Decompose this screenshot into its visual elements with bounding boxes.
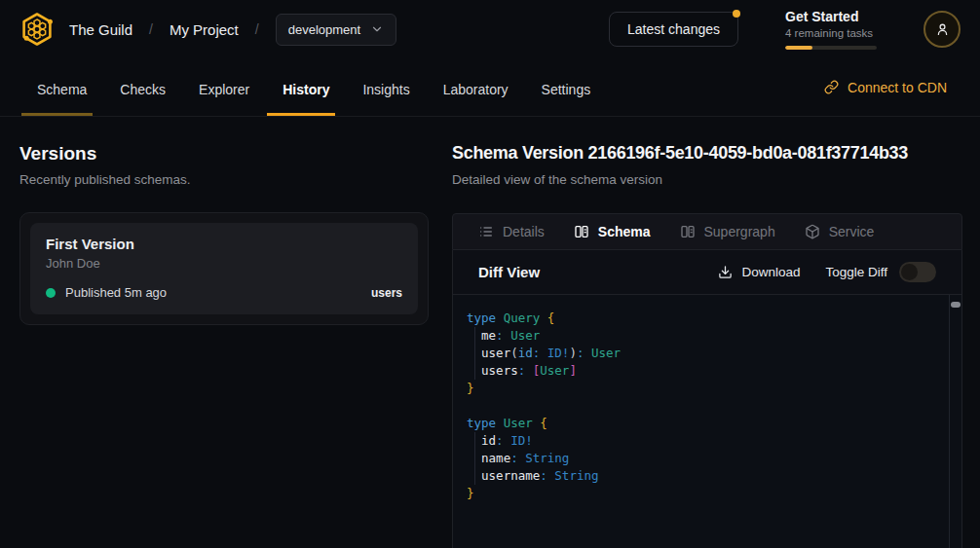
nav-tab-insights[interactable]: Insights — [360, 58, 411, 116]
nav-tab-schema[interactable]: Schema — [35, 58, 89, 116]
version-status-row: Published 5m ago users — [46, 285, 402, 300]
version-detail-subtitle: Detailed view of the schema version — [452, 172, 962, 187]
breadcrumb-separator: / — [149, 21, 153, 37]
version-list-item[interactable]: First Version John Doe Published 5m ago … — [30, 223, 418, 314]
notification-dot — [733, 10, 740, 18]
code-line: users: [User] — [467, 362, 936, 380]
nav-tab-checks[interactable]: Checks — [118, 58, 168, 116]
version-detail-panel: Schema Version 2166196f-5e10-4059-bd0a-0… — [452, 117, 980, 548]
indent-guide — [474, 467, 475, 485]
toggle-diff-group: Toggle Diff — [825, 262, 936, 282]
code-line: id: ID! — [467, 432, 936, 450]
connect-to-cdn-button[interactable]: Connect to CDN — [824, 80, 957, 95]
nav-tab-label: History — [283, 82, 329, 97]
indent-guide — [474, 327, 475, 345]
code-line: } — [467, 485, 936, 502]
breadcrumb-separator: / — [255, 21, 259, 37]
tab-details[interactable]: Details — [478, 224, 545, 239]
nav-tab-explorer[interactable]: Explorer — [197, 58, 251, 116]
list-icon — [478, 224, 494, 239]
sdl-code-viewer: type Query { me: User user(id: ID!): Use… — [452, 295, 962, 548]
download-icon — [718, 265, 733, 279]
code-line: user(id: ID!): User — [467, 345, 936, 362]
indent-guide — [474, 450, 475, 467]
code-line: type User { — [467, 415, 936, 432]
app-window: The Guild / My Project / development Lat… — [0, 0, 980, 548]
detail-tabs: Details Schema Super — [452, 213, 962, 250]
versions-title: Versions — [19, 143, 429, 164]
panels-icon — [574, 224, 589, 239]
diff-view-title: Diff View — [478, 264, 540, 280]
nav-tab-label: Settings — [542, 82, 591, 97]
nav-tab-settings[interactable]: Settings — [540, 58, 593, 116]
schema-view-panel: Details Schema Super — [452, 213, 962, 548]
toggle-diff-label: Toggle Diff — [825, 265, 887, 279]
nav-tab-label: Explorer — [199, 82, 249, 97]
tab-label: Schema — [598, 224, 651, 239]
toggle-knob — [901, 264, 918, 280]
get-started-progressbar — [785, 46, 877, 50]
header: The Guild / My Project / development Lat… — [0, 0, 980, 58]
main-content: Versions Recently published schemas. Fir… — [0, 117, 980, 548]
nav-tab-label: Schema — [37, 82, 87, 97]
get-started-widget[interactable]: Get Started 4 remaining tasks — [785, 9, 877, 50]
connect-to-cdn-label: Connect to CDN — [848, 80, 947, 95]
code-line: } — [467, 380, 936, 397]
breadcrumb: The Guild / My Project / — [69, 21, 259, 38]
latest-changes-button[interactable]: Latest changes — [609, 12, 738, 47]
tab-label: Details — [503, 224, 545, 239]
tab-schema[interactable]: Schema — [574, 224, 651, 239]
code-line: me: User — [467, 327, 936, 345]
versions-list-card: First Version John Doe Published 5m ago … — [19, 212, 429, 325]
nav-tabs: SchemaChecksExplorerHistoryInsightsLabor… — [35, 58, 592, 116]
nav-tab-laboratory[interactable]: Laboratory — [441, 58, 510, 116]
version-name: First Version — [46, 236, 402, 252]
nav-tab-label: Insights — [362, 82, 409, 97]
tab-service[interactable]: Service — [805, 224, 875, 239]
breadcrumb-org[interactable]: The Guild — [69, 21, 132, 38]
hive-logo-icon[interactable] — [19, 12, 55, 47]
indent-guide — [474, 345, 475, 362]
version-status-label: Published 5m ago — [65, 285, 167, 300]
published-status-dot — [46, 288, 56, 298]
tab-label: Service — [829, 224, 875, 239]
code-block: type Query { me: User user(id: ID!): Use… — [467, 310, 936, 502]
code-line: username: String — [467, 467, 936, 485]
get-started-progress-fill — [785, 46, 812, 50]
version-detail-title: Schema Version 2166196f-5e10-4059-bd0a-0… — [452, 143, 962, 164]
code-line — [467, 397, 936, 415]
versions-subtitle: Recently published schemas. — [19, 172, 429, 187]
indent-guide — [474, 362, 475, 380]
version-service-badge: users — [371, 286, 402, 300]
breadcrumb-project[interactable]: My Project — [170, 21, 239, 38]
diff-actions: Download Toggle Diff — [718, 262, 936, 282]
diff-view-header: Diff View Download Toggle Diff — [452, 250, 962, 295]
nav-tab-label: Checks — [120, 82, 166, 97]
get-started-title: Get Started — [785, 9, 877, 24]
version-author: John Doe — [46, 256, 402, 271]
toggle-diff-switch[interactable] — [899, 262, 936, 282]
panels-icon — [680, 224, 696, 239]
nav-tab-history[interactable]: History — [281, 58, 331, 116]
user-avatar-button[interactable] — [923, 11, 961, 48]
cube-icon — [805, 224, 820, 239]
nav-tab-label: Laboratory — [443, 82, 509, 97]
nav-bar: SchemaChecksExplorerHistoryInsightsLabor… — [0, 58, 980, 117]
code-scrollbar — [949, 295, 961, 548]
download-label: Download — [741, 265, 800, 279]
get-started-subtitle: 4 remaining tasks — [785, 27, 877, 39]
target-selector-value: development — [288, 22, 360, 37]
code-scrollbar-thumb[interactable] — [951, 302, 961, 308]
tab-label: Supergraph — [704, 224, 775, 239]
code-line: type Query { — [467, 310, 936, 327]
latest-changes-label: Latest changes — [627, 21, 720, 37]
link-icon — [824, 80, 839, 94]
chevron-down-icon — [370, 22, 384, 36]
person-icon — [934, 21, 951, 38]
versions-panel: Versions Recently published schemas. Fir… — [0, 117, 452, 548]
target-selector-dropdown[interactable]: development — [276, 14, 396, 46]
download-button[interactable]: Download — [718, 265, 800, 279]
code-line: name: String — [467, 450, 936, 467]
tab-supergraph[interactable]: Supergraph — [680, 224, 775, 239]
indent-guide — [474, 432, 475, 450]
